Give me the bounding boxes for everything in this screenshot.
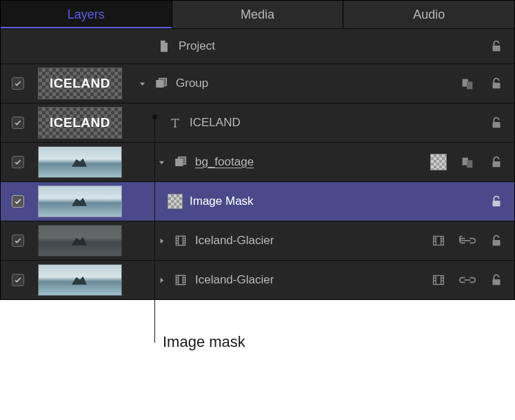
film-icon — [173, 272, 188, 288]
row-image-mask[interactable]: Image Mask — [1, 181, 514, 221]
tab-label: Audio — [413, 8, 445, 22]
group-icon — [154, 76, 169, 91]
svg-rect-4 — [156, 80, 164, 88]
layer-thumbnail — [38, 264, 122, 296]
lock-icon[interactable] — [487, 38, 506, 54]
thumbnail-text: ICELAND — [39, 108, 121, 138]
disclosure-triangle-icon[interactable] — [137, 80, 147, 88]
row-bg-footage[interactable]: bg_footage — [1, 142, 514, 181]
visibility-checkbox[interactable] — [12, 274, 24, 286]
tab-layers[interactable]: Layers — [1, 1, 172, 28]
layer-label: Group — [176, 77, 208, 90]
link-icon[interactable] — [458, 272, 477, 288]
layer-thumbnail: ICELAND — [38, 68, 122, 99]
svg-rect-0 — [493, 46, 501, 51]
layer-thumbnail — [38, 146, 122, 178]
row-glacier-1[interactable]: Iceland-Glacier — [1, 221, 514, 260]
visibility-checkbox[interactable] — [12, 234, 24, 247]
svg-rect-6 — [467, 81, 472, 89]
visibility-checkbox[interactable] — [12, 117, 24, 129]
lock-icon[interactable] — [487, 193, 506, 210]
tab-label: Layers — [68, 8, 105, 22]
svg-rect-16 — [493, 201, 501, 206]
row-project[interactable]: Project — [1, 28, 514, 63]
lock-icon[interactable] — [487, 232, 506, 249]
file-icon — [156, 39, 172, 54]
layer-label: Iceland-Glacier — [195, 234, 274, 248]
svg-rect-12 — [176, 159, 183, 166]
visibility-checkbox[interactable] — [12, 195, 24, 208]
layer-label: Project — [179, 39, 215, 53]
lock-icon[interactable] — [487, 75, 506, 92]
callout-leader-line — [154, 300, 155, 343]
visibility-checkbox[interactable] — [12, 77, 24, 90]
panel-tabs: Layers Media Audio — [1, 1, 514, 28]
svg-rect-34 — [493, 240, 501, 246]
disclosure-triangle-icon[interactable] — [156, 159, 166, 166]
row-text-layer[interactable]: ICELAND ICELAND — [1, 103, 514, 142]
row-glacier-2[interactable]: Iceland-Glacier — [1, 260, 514, 299]
svg-rect-26 — [434, 237, 444, 246]
tab-audio[interactable]: Audio — [343, 1, 514, 28]
svg-rect-15 — [493, 161, 501, 167]
film-icon — [173, 233, 188, 248]
pass-through-icon[interactable] — [458, 154, 477, 170]
mask-icon — [168, 194, 183, 209]
lock-icon[interactable] — [487, 154, 506, 170]
filmstrip-icon[interactable] — [429, 272, 448, 288]
lock-icon[interactable] — [487, 272, 506, 288]
link-icon[interactable] — [458, 232, 477, 249]
tab-media[interactable]: Media — [172, 1, 344, 28]
svg-rect-44 — [434, 276, 444, 285]
layer-thumbnail: ICELAND — [38, 107, 122, 139]
disclosure-triangle-icon[interactable] — [156, 277, 166, 284]
row-group[interactable]: ICELAND Group — [1, 63, 514, 103]
thumbnail-text: ICELAND — [39, 68, 121, 99]
layer-label: ICELAND — [190, 116, 241, 130]
callout-label: Image mask — [163, 333, 245, 351]
svg-rect-52 — [493, 279, 501, 285]
layer-label: Image Mask — [190, 194, 254, 208]
pass-through-icon[interactable] — [458, 75, 477, 92]
layer-thumbnail — [38, 186, 122, 217]
layer-label: bg_footage — [195, 155, 254, 169]
group-icon — [173, 154, 188, 170]
disclosure-triangle-icon[interactable] — [156, 237, 166, 245]
blend-mode-icon[interactable] — [429, 154, 448, 170]
visibility-checkbox[interactable] — [12, 156, 24, 168]
layer-list: Project ICELAND — [1, 28, 514, 299]
svg-rect-7 — [493, 83, 501, 88]
text-icon — [168, 115, 183, 130]
tab-label: Media — [241, 8, 274, 22]
filmstrip-icon[interactable] — [429, 232, 448, 249]
callout: Image mask — [0, 300, 515, 369]
layer-thumbnail — [38, 225, 122, 257]
svg-rect-14 — [467, 160, 472, 168]
lock-icon[interactable] — [487, 114, 506, 131]
layers-panel: Layers Media Audio Project — [0, 0, 515, 300]
svg-rect-8 — [493, 122, 501, 128]
layer-label: Iceland-Glacier — [195, 273, 274, 287]
